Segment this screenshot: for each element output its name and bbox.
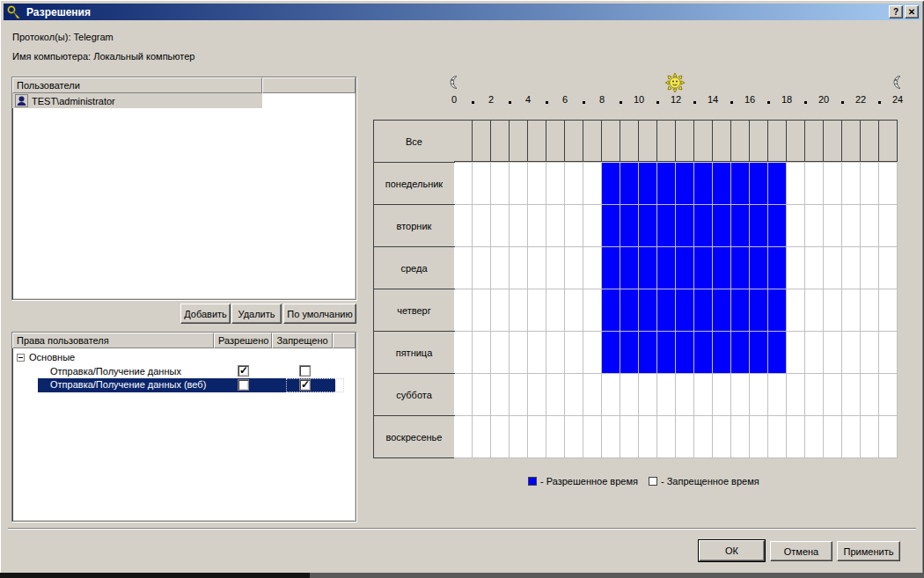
schedule-hour-cell[interactable] xyxy=(583,205,602,247)
schedule-hour-cell[interactable] xyxy=(583,247,602,289)
schedule-hour-cell[interactable] xyxy=(473,205,491,247)
schedule-hour-cell[interactable] xyxy=(639,332,657,374)
cancel-button[interactable]: Отмена xyxy=(770,541,832,561)
schedule-hour-cell[interactable] xyxy=(491,374,510,416)
schedule-hour-cell[interactable] xyxy=(546,247,565,289)
day-row-header[interactable]: вторник xyxy=(373,204,455,247)
hour-column-header-cell[interactable] xyxy=(583,120,602,162)
hour-column-header-cell[interactable] xyxy=(657,120,676,162)
schedule-hour-cell[interactable] xyxy=(787,332,805,374)
schedule-hour-cell[interactable] xyxy=(454,374,473,416)
schedule-hour-cell[interactable] xyxy=(473,374,491,416)
schedule-hour-cell[interactable] xyxy=(694,289,713,332)
schedule-hour-cell[interactable] xyxy=(731,205,750,247)
allowed-checkbox[interactable] xyxy=(238,365,249,377)
schedule-hour-cell[interactable] xyxy=(676,205,694,247)
schedule-hour-cell[interactable] xyxy=(861,205,879,247)
schedule-hour-cell[interactable] xyxy=(750,289,768,332)
schedule-hour-cell[interactable] xyxy=(546,205,565,247)
allowed-checkbox[interactable] xyxy=(238,379,249,391)
schedule-hour-cell[interactable] xyxy=(546,374,565,416)
schedule-hour-cell[interactable] xyxy=(454,247,473,289)
rights-row-data[interactable]: Отправка/Получение данных xyxy=(12,364,356,378)
schedule-hour-cell[interactable] xyxy=(750,374,768,416)
schedule-hour-cell[interactable] xyxy=(731,374,750,416)
schedule-hour-cell[interactable] xyxy=(676,416,694,458)
schedule-hour-cell[interactable] xyxy=(528,205,546,247)
schedule-hour-cell[interactable] xyxy=(879,163,898,205)
schedule-hour-cell[interactable] xyxy=(713,205,731,247)
schedule-hour-cell[interactable] xyxy=(546,289,565,332)
schedule-hour-cell[interactable] xyxy=(842,289,861,332)
hour-column-header-cell[interactable] xyxy=(805,120,824,162)
schedule-hour-cell[interactable] xyxy=(639,374,657,416)
schedule-hour-cell[interactable] xyxy=(473,289,491,332)
user-list-item[interactable]: TEST\administrator xyxy=(12,93,262,108)
schedule-hour-cell[interactable] xyxy=(565,374,583,416)
schedule-hour-cell[interactable] xyxy=(787,289,805,332)
hour-column-header-cell[interactable] xyxy=(879,120,898,162)
hour-column-header-cell[interactable] xyxy=(565,120,583,162)
hour-column-header-cell[interactable] xyxy=(787,120,805,162)
close-button[interactable]: ✕ xyxy=(905,5,919,18)
schedule-hour-cell[interactable] xyxy=(676,374,694,416)
ok-button[interactable]: ОК xyxy=(699,540,765,561)
hour-column-header-cell[interactable] xyxy=(676,120,694,162)
rights-column-header[interactable]: Права пользователя xyxy=(12,333,214,348)
schedule-hour-cell[interactable] xyxy=(454,416,473,458)
schedule-hour-cell[interactable] xyxy=(454,332,473,374)
schedule-hour-cell[interactable] xyxy=(861,163,879,205)
schedule-hour-cell[interactable] xyxy=(787,205,805,247)
schedule-hour-cell[interactable] xyxy=(805,247,824,289)
schedule-hour-cell[interactable] xyxy=(620,289,639,332)
schedule-hour-cell[interactable] xyxy=(713,416,731,458)
schedule-hour-cell[interactable] xyxy=(768,416,787,458)
schedule-hour-cell[interactable] xyxy=(620,247,639,289)
schedule-hour-cell[interactable] xyxy=(768,374,787,416)
schedule-hour-cell[interactable] xyxy=(824,289,842,332)
schedule-hour-cell[interactable] xyxy=(473,416,491,458)
schedule-hour-cell[interactable] xyxy=(583,374,602,416)
schedule-hour-cell[interactable] xyxy=(510,289,528,332)
schedule-hour-cell[interactable] xyxy=(676,289,694,332)
hour-column-header-cell[interactable] xyxy=(713,120,731,162)
schedule-hour-cell[interactable] xyxy=(842,163,861,205)
schedule-hour-cell[interactable] xyxy=(546,163,565,205)
all-days-row-header[interactable]: Все xyxy=(373,120,455,163)
schedule-hour-cell[interactable] xyxy=(639,163,657,205)
schedule-hour-cell[interactable] xyxy=(565,163,583,205)
schedule-hour-cell[interactable] xyxy=(824,332,842,374)
schedule-hour-cell[interactable] xyxy=(787,374,805,416)
schedule-hour-cell[interactable] xyxy=(657,205,676,247)
day-row-header[interactable]: понедельник xyxy=(373,162,455,205)
schedule-hour-cell[interactable] xyxy=(602,247,620,289)
schedule-hour-cell[interactable] xyxy=(657,332,676,374)
schedule-hour-cell[interactable] xyxy=(824,163,842,205)
schedule-hour-cell[interactable] xyxy=(510,332,528,374)
schedule-hour-cell[interactable] xyxy=(694,332,713,374)
schedule-hour-cell[interactable] xyxy=(879,289,898,332)
schedule-hour-cell[interactable] xyxy=(528,374,546,416)
hour-column-header-cell[interactable] xyxy=(639,120,657,162)
schedule-hour-cell[interactable] xyxy=(602,289,620,332)
schedule-hour-cell[interactable] xyxy=(565,416,583,458)
schedule-hour-cell[interactable] xyxy=(639,247,657,289)
schedule-hour-cell[interactable] xyxy=(491,247,510,289)
schedule-hour-cell[interactable] xyxy=(657,374,676,416)
schedule-hour-cell[interactable] xyxy=(454,163,473,205)
schedule-hour-cell[interactable] xyxy=(842,247,861,289)
day-row-header[interactable]: воскресенье xyxy=(373,415,455,458)
denied-checkbox[interactable] xyxy=(299,365,311,377)
hour-column-header-cell[interactable] xyxy=(768,120,787,162)
hour-column-header-cell[interactable] xyxy=(620,120,639,162)
schedule-hour-cell[interactable] xyxy=(676,332,694,374)
schedule-hour-cell[interactable] xyxy=(657,289,676,332)
schedule-hour-cell[interactable] xyxy=(602,374,620,416)
schedule-hour-cell[interactable] xyxy=(694,205,713,247)
schedule-hour-cell[interactable] xyxy=(713,247,731,289)
schedule-hour-cell[interactable] xyxy=(768,332,787,374)
schedule-hour-cell[interactable] xyxy=(583,332,602,374)
schedule-hour-cell[interactable] xyxy=(565,247,583,289)
schedule-hour-cell[interactable] xyxy=(768,247,787,289)
schedule-hour-cell[interactable] xyxy=(879,332,898,374)
